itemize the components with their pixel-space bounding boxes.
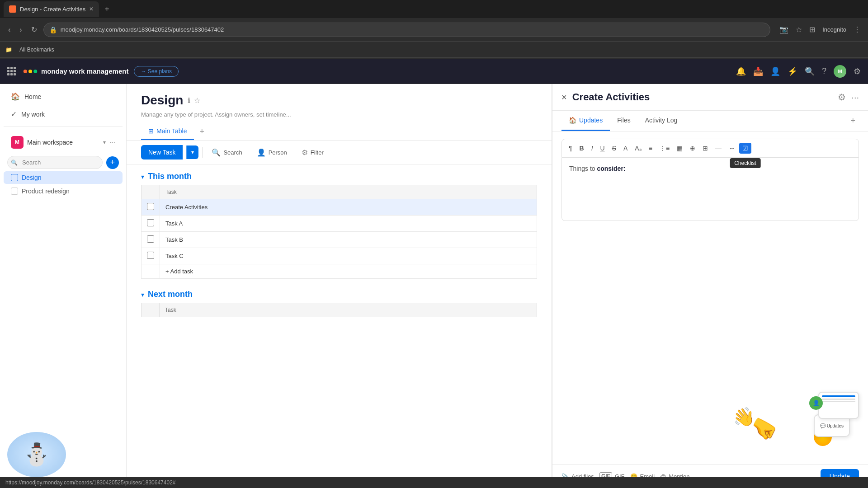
tab-title: Design - Create Activities: [20, 6, 85, 13]
url-text: moodjoy.monday.com/boards/1830420525/pul…: [61, 26, 224, 33]
person-toolbar-btn[interactable]: 👤 Person: [251, 145, 292, 160]
check-icon: ✓: [11, 110, 17, 118]
sidebar-search-input[interactable]: [7, 156, 103, 169]
tab-activity-log[interactable]: Activity Log: [638, 111, 685, 131]
task-checkbox-c[interactable]: [147, 252, 154, 259]
task-row-task-a[interactable]: Task A: [142, 216, 537, 232]
workspace-more-icon[interactable]: ···: [109, 138, 115, 146]
bold-btn[interactable]: B: [576, 143, 587, 154]
task-row-create-activities[interactable]: Create Activities: [142, 199, 537, 216]
users-icon[interactable]: 👤: [770, 66, 780, 76]
star-icon[interactable]: ☆: [794, 23, 804, 36]
camera-icon[interactable]: 📷: [778, 23, 790, 36]
board-tab-add-btn[interactable]: +: [194, 123, 210, 140]
panel-header-icons: ⚙ ···: [838, 92, 859, 103]
tab-files[interactable]: Files: [610, 111, 638, 131]
checklist-btn[interactable]: ☑: [739, 143, 751, 154]
add-task-row[interactable]: + Add task: [142, 264, 537, 279]
favorite-icon[interactable]: ☆: [194, 96, 200, 105]
my-work-label: My work: [21, 111, 45, 118]
task-checkbox-a[interactable]: [147, 219, 154, 226]
sidebar-add-btn[interactable]: +: [106, 156, 119, 169]
sidebar-search-wrap: [7, 156, 103, 169]
tab-main-table[interactable]: ⊞ Main Table: [141, 123, 194, 140]
workspace-chevron-icon: ▾: [103, 139, 106, 145]
next-month-group: ▾ Next month Task: [141, 290, 537, 317]
notification-icon[interactable]: 🔔: [736, 66, 746, 76]
underline-btn[interactable]: U: [597, 143, 608, 154]
svg-point-1: [28, 70, 32, 73]
editor-text: Things to consider:: [569, 165, 851, 172]
bullet-list-btn[interactable]: ⋮≡: [656, 143, 673, 154]
updates-icon: 🏠: [569, 117, 576, 124]
task-name-c: Task C: [160, 248, 537, 264]
divider-btn[interactable]: —: [712, 143, 725, 154]
panel-close-btn[interactable]: ×: [561, 92, 567, 103]
browser-tab-bar: Design - Create Activities ✕ +: [0, 0, 868, 18]
url-bar[interactable]: 🔒 moodjoy.monday.com/boards/1830420525/p…: [43, 23, 771, 37]
sidebar-item-design[interactable]: Design: [4, 171, 123, 184]
apps-grid-icon[interactable]: [7, 67, 16, 75]
sidebar-item-my-work[interactable]: ✓ My work: [4, 106, 123, 122]
task-row-task-c[interactable]: Task C: [142, 248, 537, 264]
task-row-task-b[interactable]: Task B: [142, 232, 537, 248]
bookmarks-label[interactable]: All Bookmarks: [16, 46, 58, 54]
new-task-btn[interactable]: New Task: [141, 145, 183, 160]
filter-toolbar-btn[interactable]: ⚙ Filter: [296, 145, 329, 160]
workspace-item[interactable]: M Main workspace ▾ ···: [4, 132, 123, 152]
sidebar-item-home[interactable]: 🏠 Home: [4, 89, 123, 104]
new-tab-btn[interactable]: +: [101, 5, 113, 14]
table-btn[interactable]: ⊞: [699, 143, 711, 154]
sidebar-item-product-redesign[interactable]: Product redesign: [4, 185, 123, 197]
help-icon[interactable]: ?: [822, 66, 826, 76]
settings-icon[interactable]: ⚙: [854, 66, 861, 76]
svg-point-0: [24, 70, 27, 73]
search-toolbar-btn[interactable]: 🔍 Search: [206, 145, 247, 160]
task-checkbox-create[interactable]: [147, 203, 154, 210]
next-month-chevron[interactable]: ▾: [141, 291, 144, 298]
next-task-col: Task: [160, 303, 537, 317]
incognito-label: Incognito: [821, 24, 848, 35]
board-body: ▾ This month Task Create Activities: [127, 164, 552, 488]
editor-container: ¶ B I U S A Aₐ ≡ ⋮≡ ▦ ⊕ ⊞ — ↔ ☑ Checklis…: [552, 131, 868, 374]
numbered-list-btn[interactable]: ▦: [674, 143, 686, 154]
italic-btn[interactable]: I: [588, 143, 596, 154]
next-month-title: Next month: [148, 290, 193, 299]
this-month-chevron[interactable]: ▾: [141, 173, 144, 180]
integrations-icon[interactable]: ⚡: [788, 66, 797, 76]
editor-area[interactable]: Things to consider:: [561, 158, 859, 221]
tab-updates[interactable]: 🏠 Updates: [561, 111, 610, 131]
forward-btn[interactable]: ›: [17, 24, 24, 36]
info-icon[interactable]: ℹ: [188, 96, 190, 105]
see-plans-btn[interactable]: → See plans: [134, 66, 179, 77]
extensions-icon[interactable]: ⊞: [807, 23, 817, 36]
font-size-btn[interactable]: Aₐ: [632, 143, 644, 154]
menu-icon[interactable]: ⋮: [852, 23, 863, 36]
home-label: Home: [24, 93, 41, 100]
highlight-btn[interactable]: A: [620, 143, 631, 154]
new-task-chevron-btn[interactable]: ▾: [186, 145, 198, 159]
inbox-icon[interactable]: 📥: [753, 66, 763, 76]
user-avatar[interactable]: M: [834, 65, 846, 78]
tab-close-btn[interactable]: ✕: [89, 6, 94, 12]
back-btn[interactable]: ‹: [5, 24, 13, 36]
next-checkbox-col: [142, 303, 160, 317]
board-subtitle: Manage any type of project. Assign owner…: [141, 111, 537, 118]
strikethrough-btn[interactable]: S: [609, 143, 619, 154]
panel-settings-icon[interactable]: ⚙: [838, 92, 846, 103]
embed-btn[interactable]: ↔: [726, 143, 738, 154]
align-left-btn[interactable]: ≡: [646, 143, 656, 154]
main-layout: 🏠 Home ✓ My work M Main workspace ▾ ··· …: [0, 84, 868, 488]
search-icon[interactable]: 🔍: [805, 66, 815, 76]
reload-btn[interactable]: ↻: [28, 23, 40, 36]
link-btn[interactable]: ⊕: [687, 143, 698, 154]
panel-more-icon[interactable]: ···: [851, 92, 859, 103]
product-board-icon: [11, 188, 18, 195]
task-checkbox-b[interactable]: [147, 235, 154, 243]
this-month-group-header: ▾ This month: [141, 172, 537, 181]
active-tab[interactable]: Design - Create Activities ✕: [4, 1, 99, 17]
design-label: Design: [22, 174, 42, 181]
panel-tab-add-btn[interactable]: +: [847, 111, 859, 131]
this-month-title: This month: [148, 172, 192, 181]
paragraph-btn[interactable]: ¶: [566, 143, 576, 154]
